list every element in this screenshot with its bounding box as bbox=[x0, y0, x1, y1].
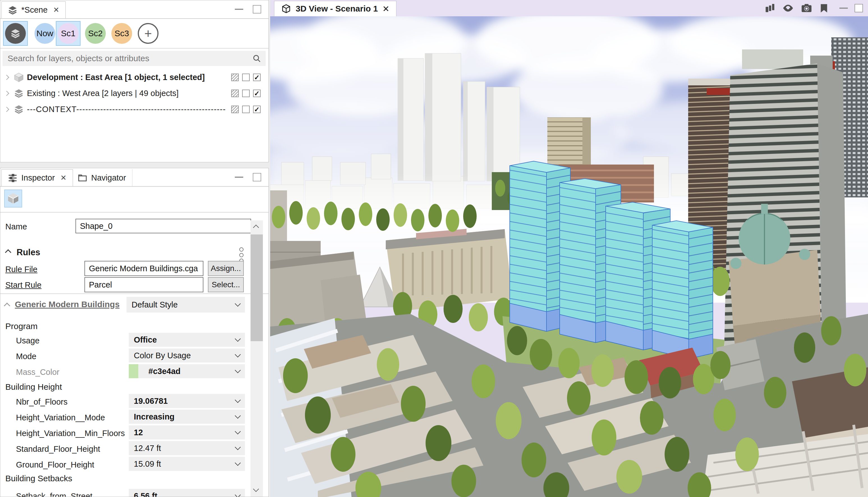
select-button[interactable]: Select... bbox=[208, 277, 244, 292]
ground-floor-height-dropdown[interactable]: 15.09 ft bbox=[129, 457, 245, 471]
mass-color-dropdown[interactable]: #c3e4ad bbox=[138, 364, 245, 378]
right-towers bbox=[688, 37, 868, 365]
layer-toggles: ✓ bbox=[229, 105, 261, 113]
minimize-icon[interactable] bbox=[235, 9, 243, 10]
view-toolbar bbox=[765, 0, 863, 16]
collapse-icon[interactable] bbox=[5, 249, 12, 256]
search-input[interactable] bbox=[2, 54, 252, 63]
group-layer-icon bbox=[13, 88, 24, 99]
assign-button[interactable]: Assign... bbox=[208, 261, 244, 276]
minimize-icon[interactable] bbox=[235, 176, 243, 178]
style-dropdown[interactable]: Default Style bbox=[127, 297, 245, 313]
tab-scene-label: *Scene bbox=[21, 5, 48, 15]
lock-toggle[interactable] bbox=[242, 105, 250, 113]
search-icon[interactable] bbox=[252, 54, 266, 63]
scenario-chip-sc1[interactable]: Sc1 bbox=[58, 23, 78, 44]
rule-file-label[interactable]: Rule File bbox=[5, 265, 37, 274]
standard-floor-height-dropdown[interactable]: 12.47 ft bbox=[129, 441, 245, 455]
collapse-icon[interactable] bbox=[4, 303, 10, 309]
rule-file-field[interactable] bbox=[85, 261, 203, 276]
layer-search bbox=[2, 51, 266, 66]
cityengine-window: *Scene ✕ Now Sc1 Sc2 Sc3 + bbox=[0, 0, 868, 497]
group-label-building-setbacks: Building Setbacks bbox=[5, 474, 72, 483]
usage-dropdown[interactable]: Office bbox=[129, 333, 245, 347]
inspector-tabbar: Inspector ✕ Navigator bbox=[0, 168, 268, 187]
selected-shape-button[interactable] bbox=[4, 189, 22, 208]
maximize-icon[interactable] bbox=[253, 173, 261, 181]
color-swatch[interactable] bbox=[129, 364, 138, 378]
viewport-3d-canvas[interactable] bbox=[270, 16, 868, 497]
lock-toggle[interactable] bbox=[242, 89, 250, 97]
close-icon[interactable]: ✕ bbox=[60, 173, 67, 182]
nbr-of-floors-dropdown[interactable]: 19.06781 bbox=[129, 394, 245, 408]
view-tabbar: 3D View - Scenario 1 ✕ bbox=[270, 0, 868, 16]
bookmark-icon[interactable] bbox=[819, 3, 829, 13]
wireframe-toggle[interactable] bbox=[231, 105, 239, 113]
inspector-window-controls bbox=[235, 168, 261, 186]
sliders-icon bbox=[8, 173, 17, 183]
height-variation-min-floors-dropdown[interactable]: 12 bbox=[129, 425, 245, 439]
scenario-chip-now[interactable]: Now bbox=[34, 23, 55, 44]
attr-label: Nbr_of_Floors bbox=[16, 397, 68, 407]
mode-dropdown[interactable]: Color By Usage bbox=[129, 349, 245, 363]
attr-label: Ground_Floor_Height bbox=[16, 460, 94, 469]
visible-toggle[interactable]: ✓ bbox=[253, 89, 261, 97]
tab-inspector-label: Inspector bbox=[21, 173, 55, 183]
minimize-icon[interactable] bbox=[839, 8, 848, 9]
tower-4 bbox=[652, 221, 713, 359]
wireframe-toggle[interactable] bbox=[231, 74, 239, 81]
rules-section-header[interactable]: Rules bbox=[6, 247, 40, 257]
layer-row-context[interactable]: ---CONTEXT------------------------------… bbox=[0, 101, 268, 117]
maximize-icon[interactable] bbox=[253, 5, 261, 13]
visibility-eye-icon[interactable] bbox=[782, 2, 794, 14]
group-label-building-height: Building Height bbox=[5, 382, 62, 392]
layer-row-development[interactable]: Development : East Area [1 object, 1 sel… bbox=[0, 69, 268, 85]
expand-icon[interactable] bbox=[4, 91, 9, 96]
start-rule-label[interactable]: Start Rule bbox=[5, 281, 42, 290]
scroll-up-icon[interactable] bbox=[253, 225, 259, 230]
layer-label: Existing : West Area [2 layers | 49 obje… bbox=[27, 89, 179, 98]
attr-label: Setback_from_Street bbox=[16, 492, 92, 497]
scenario-bar: Now Sc1 Sc2 Sc3 + bbox=[0, 19, 268, 48]
expand-icon[interactable] bbox=[4, 75, 9, 80]
wireframe-toggle[interactable] bbox=[231, 89, 239, 97]
lock-toggle[interactable] bbox=[242, 74, 250, 81]
scroll-down-icon[interactable] bbox=[253, 486, 259, 492]
maximize-icon[interactable] bbox=[855, 4, 863, 12]
group-layer-icon bbox=[13, 104, 24, 115]
scenario-manager-button[interactable] bbox=[5, 23, 26, 44]
scene-window-controls bbox=[235, 0, 261, 18]
layer-toggles: ✓ bbox=[231, 74, 261, 81]
tab-3d-view[interactable]: 3D View - Scenario 1 ✕ bbox=[274, 1, 396, 16]
rule-name-link[interactable]: Generic Modern Buildings bbox=[15, 300, 119, 309]
scenario-chip-sc2[interactable]: Sc2 bbox=[85, 23, 106, 44]
layer-label: Development : East Area [1 object, 1 sel… bbox=[27, 73, 205, 82]
attr-label: Height_Variation__Mode bbox=[16, 413, 105, 422]
model-layer-icon bbox=[13, 72, 24, 83]
rules-menu-icon[interactable] bbox=[239, 247, 244, 263]
setback-from-street-dropdown[interactable]: 6.56 ft bbox=[129, 489, 245, 497]
scenario-chip-sc3[interactable]: Sc3 bbox=[112, 23, 132, 44]
tab-navigator[interactable]: Navigator bbox=[71, 169, 132, 186]
visible-toggle[interactable]: ✓ bbox=[253, 105, 261, 113]
height-variation-mode-dropdown[interactable]: Increasing bbox=[129, 410, 245, 424]
close-icon[interactable]: ✕ bbox=[53, 5, 59, 14]
scenario-compare-icon[interactable] bbox=[765, 3, 776, 13]
add-scenario-button[interactable]: + bbox=[138, 23, 159, 44]
snapshot-camera-icon[interactable] bbox=[801, 2, 812, 14]
layer-tree: Development : East Area [1 object, 1 sel… bbox=[0, 69, 268, 117]
visible-toggle[interactable]: ✓ bbox=[253, 74, 261, 81]
scrollbar-thumb[interactable] bbox=[251, 235, 263, 341]
scene-tabbar: *Scene ✕ bbox=[0, 0, 268, 19]
inspector-scrollbar[interactable] bbox=[251, 221, 263, 497]
close-icon[interactable]: ✕ bbox=[382, 4, 389, 14]
scene-render bbox=[270, 16, 868, 497]
attr-label: Mass_Color bbox=[16, 368, 59, 377]
start-rule-field[interactable] bbox=[85, 277, 203, 292]
name-field[interactable] bbox=[75, 219, 251, 233]
group-label-program: Program bbox=[5, 322, 38, 331]
layer-row-existing[interactable]: Existing : West Area [2 layers | 49 obje… bbox=[0, 85, 268, 101]
tab-scene[interactable]: *Scene ✕ bbox=[1, 1, 65, 18]
expand-icon[interactable] bbox=[4, 107, 9, 112]
tab-inspector[interactable]: Inspector ✕ bbox=[1, 169, 73, 186]
